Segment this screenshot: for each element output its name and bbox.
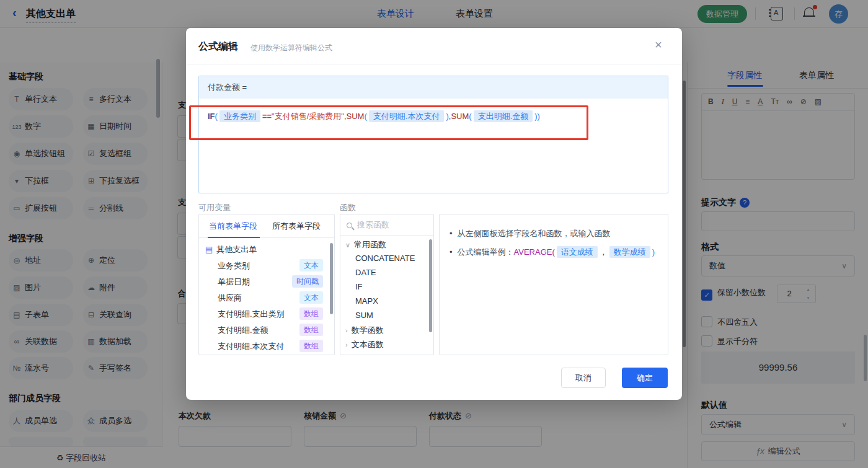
- function-group-math[interactable]: ›数学函数: [345, 325, 384, 336]
- function-item[interactable]: SUM: [355, 311, 373, 320]
- caret-down-icon: ∨: [345, 241, 350, 249]
- bullet-icon: •: [450, 229, 453, 238]
- close-icon[interactable]: ×: [655, 38, 662, 52]
- variable-item[interactable]: 单据日期时间戳: [218, 276, 330, 288]
- type-badge: 数组: [299, 340, 323, 352]
- example-field-chip: 语文成绩: [557, 246, 598, 258]
- function-search: [340, 214, 433, 236]
- example-comma: ，: [600, 247, 608, 257]
- caret-right-icon: ›: [345, 327, 348, 334]
- variables-scrollbar[interactable]: [330, 243, 333, 314]
- variable-item[interactable]: 支付明细.支出类别数组: [218, 309, 330, 320]
- help-bullet-1: •从左侧面板选择字段名和函数，或输入函数: [450, 224, 658, 243]
- app-screen: ‹ 其他支出单 表单设计 表单设置 数据管理 存 ⊘表单外链 ⊡后端脚本 ▥数据…: [0, 0, 868, 468]
- cancel-button[interactable]: 取消: [561, 368, 606, 388]
- variables-section-label: 可用变量: [198, 202, 231, 213]
- tab-all-form-fields[interactable]: 所有表单字段: [272, 221, 321, 232]
- functions-panel: ∨常用函数 CONCATENATE DATE IF MAPX SUM ›数学函数…: [340, 214, 434, 355]
- functions-section-label: 函数: [340, 202, 356, 213]
- type-badge: 时间戳: [292, 275, 323, 288]
- function-search-input[interactable]: [356, 219, 418, 230]
- confirm-button[interactable]: 确定: [622, 368, 668, 388]
- tab-current-form-fields[interactable]: 当前表单字段: [209, 221, 257, 232]
- bullet-icon: •: [450, 247, 453, 257]
- variable-item[interactable]: 业务类别文本: [218, 260, 330, 272]
- type-badge: 文本: [299, 291, 323, 304]
- type-badge: 文本: [299, 259, 323, 272]
- formula-edit-modal: 公式编辑 使用数学运算符编辑公式 × 付款金额 = IF(业务类别=="支付销售…: [186, 28, 682, 400]
- help-bullet-2: •公式编辑举例：AVERAGE(语文成绩，数学成绩): [450, 243, 658, 262]
- function-group-common[interactable]: ∨常用函数: [345, 239, 386, 250]
- variables-tabs: 当前表单字段 所有表单字段: [199, 214, 334, 238]
- type-badge: 数组: [299, 324, 323, 336]
- form-doc-icon: ▤: [205, 245, 213, 254]
- variables-panel: 当前表单字段 所有表单字段 ▤其他支出单 业务类别文本 单据日期时间戳 供应商文…: [198, 214, 335, 355]
- caret-right-icon: ›: [345, 341, 348, 348]
- active-tab-underline: [208, 237, 260, 238]
- function-item[interactable]: IF: [355, 282, 363, 291]
- example-close-paren: ): [652, 247, 655, 257]
- type-badge: 数组: [299, 307, 323, 320]
- functions-scrollbar[interactable]: [429, 239, 432, 332]
- variables-root[interactable]: ▤其他支出单: [205, 244, 257, 255]
- function-item[interactable]: DATE: [355, 268, 376, 277]
- help-panel: •从左侧面板选择字段名和函数，或输入函数 •公式编辑举例：AVERAGE(语文成…: [439, 214, 668, 355]
- formula-target-label: 付款金额 =: [199, 76, 668, 99]
- modal-subtitle: 使用数学运算符编辑公式: [250, 43, 332, 53]
- function-group-text[interactable]: ›文本函数: [345, 339, 384, 350]
- variable-item[interactable]: 支付明细.金额数组: [218, 325, 330, 336]
- modal-title: 公式编辑: [198, 40, 238, 53]
- variable-item[interactable]: 供应商文本: [218, 293, 330, 304]
- search-icon: [347, 223, 352, 228]
- example-function: AVERAGE(: [514, 247, 555, 257]
- divider: [186, 64, 682, 64]
- annotation-red-box: [189, 105, 588, 140]
- example-field-chip: 数学成绩: [609, 246, 650, 258]
- function-item[interactable]: MAPX: [355, 296, 378, 306]
- variable-item[interactable]: 支付明细.本次支付数组: [218, 341, 330, 352]
- function-item[interactable]: CONCATENATE: [355, 254, 415, 263]
